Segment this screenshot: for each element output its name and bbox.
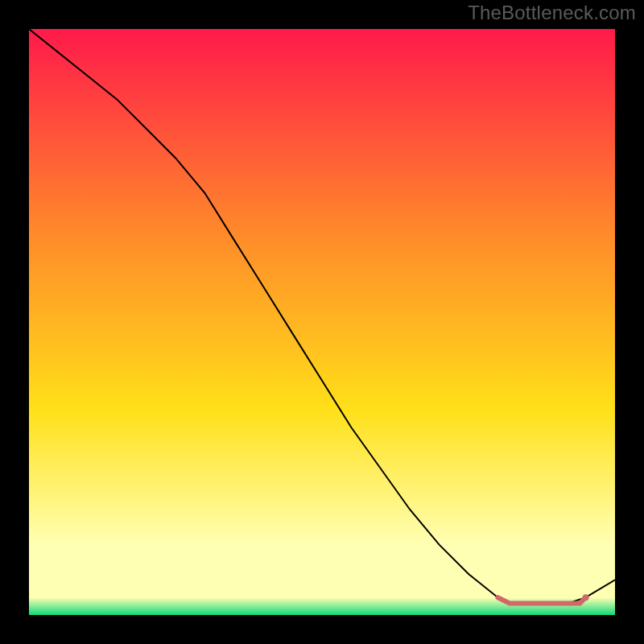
chart-svg (29, 29, 615, 615)
watermark-text: TheBottleneck.com (468, 2, 636, 24)
highlight-end-dot (583, 594, 589, 601)
chart-container: TheBottleneck.com (0, 0, 644, 644)
plot-area (29, 29, 615, 615)
gradient-bg (29, 29, 615, 615)
